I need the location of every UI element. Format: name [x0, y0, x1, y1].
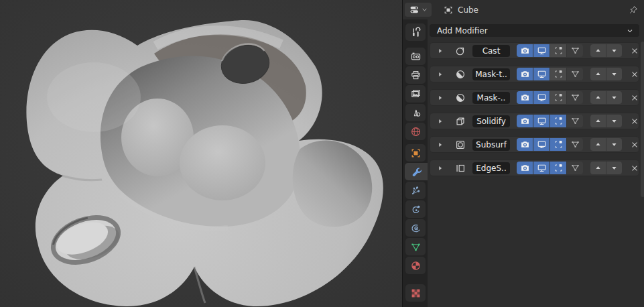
render-toggle[interactable] [517, 44, 533, 57]
cage-toggle[interactable] [567, 162, 583, 174]
expand-arrow-icon[interactable] [435, 69, 446, 80]
add-modifier-dropdown[interactable]: Add Modifier [430, 24, 639, 37]
realtime-toggle[interactable] [533, 44, 550, 57]
modifier-name-field[interactable]: Subsurf [472, 139, 510, 151]
modifier-name-field[interactable]: Mask-t.. [472, 68, 510, 80]
tab-physics[interactable] [405, 200, 426, 218]
tab-texture[interactable] [405, 284, 426, 302]
render-toggle[interactable] [517, 138, 533, 151]
editmode-icon [554, 69, 564, 79]
move-down-button[interactable] [606, 115, 622, 127]
camera-icon [520, 116, 530, 126]
reorder-buttons [590, 44, 622, 57]
editmode-toggle[interactable] [550, 68, 566, 80]
tab-modifier[interactable] [405, 163, 428, 180]
tab-object-data[interactable] [405, 238, 426, 255]
move-up-button[interactable] [590, 115, 606, 127]
expand-arrow-icon[interactable] [435, 163, 446, 174]
tab-constraints[interactable] [405, 219, 426, 237]
down-arrow-icon [610, 117, 619, 125]
move-down-button[interactable] [606, 68, 622, 80]
editmode-toggle[interactable] [550, 91, 566, 104]
modifier-panel-cast: Cast [430, 42, 639, 59]
breadcrumb-object-name[interactable]: Cube [458, 5, 478, 15]
realtime-toggle[interactable] [533, 91, 550, 104]
realtime-toggle[interactable] [533, 115, 550, 127]
modifier-name-field[interactable]: Cast [472, 45, 510, 57]
editmode-toggle[interactable] [550, 138, 566, 151]
delete-modifier-button[interactable] [630, 140, 639, 149]
close-icon [630, 70, 639, 79]
render-toggle[interactable] [517, 91, 533, 104]
expand-arrow-icon[interactable] [435, 46, 446, 56]
render-toggle[interactable] [517, 162, 533, 174]
reorder-buttons [590, 68, 622, 80]
cage-toggle[interactable] [567, 115, 583, 127]
editmode-toggle[interactable] [550, 44, 566, 57]
move-down-button[interactable] [606, 162, 622, 174]
rendered-blob-object [0, 0, 402, 307]
move-up-button[interactable] [590, 138, 606, 151]
cage-toggle[interactable] [567, 68, 583, 80]
tab-world[interactable] [405, 123, 426, 140]
camera-icon [520, 139, 530, 149]
expand-arrow-icon[interactable] [435, 139, 446, 150]
up-arrow-icon [594, 70, 602, 78]
editmode-toggle[interactable] [550, 115, 566, 127]
cage-toggle[interactable] [567, 91, 583, 104]
move-up-button[interactable] [590, 162, 606, 174]
modifier-type-icon-solidify [454, 115, 466, 127]
monitor-icon [537, 139, 547, 149]
tab-output[interactable] [405, 66, 426, 84]
move-down-button[interactable] [606, 91, 622, 104]
tab-render[interactable] [405, 48, 426, 65]
monitor-icon [537, 69, 547, 79]
pin-id-button[interactable] [628, 5, 639, 15]
cage-toggle[interactable] [567, 138, 583, 151]
chevron-down-icon [626, 27, 634, 35]
tab-scene[interactable] [405, 104, 426, 121]
editmode-icon [554, 163, 564, 173]
delete-modifier-button[interactable] [630, 46, 639, 56]
expand-arrow-icon[interactable] [435, 116, 446, 127]
render-toggle[interactable] [517, 115, 533, 127]
cage-toggle[interactable] [567, 44, 583, 57]
modifier-name-field[interactable]: EdgeS.. [472, 162, 510, 174]
up-arrow-icon [594, 164, 602, 172]
render-toggle[interactable] [517, 68, 533, 80]
delete-modifier-button[interactable] [630, 93, 639, 103]
realtime-toggle[interactable] [533, 162, 550, 174]
realtime-toggle[interactable] [533, 138, 550, 151]
move-down-button[interactable] [606, 44, 622, 57]
delete-modifier-button[interactable] [630, 70, 639, 79]
move-down-button[interactable] [606, 138, 622, 151]
tab-view-layer[interactable] [405, 85, 426, 103]
move-up-button[interactable] [590, 44, 606, 57]
reorder-buttons [590, 115, 622, 127]
monitor-icon [537, 116, 547, 126]
tab-material[interactable] [405, 257, 426, 274]
display-toggles [517, 68, 583, 80]
3d-viewport[interactable] [0, 0, 402, 307]
breadcrumb: Cube [443, 5, 478, 15]
tab-object[interactable] [405, 144, 426, 162]
display-toggles [517, 91, 583, 104]
scrollbar[interactable] [641, 42, 644, 197]
modifier-panel-mask-2: Mask-.. [430, 89, 639, 106]
realtime-toggle[interactable] [533, 68, 550, 80]
editmode-toggle[interactable] [550, 162, 566, 174]
delete-modifier-button[interactable] [630, 164, 639, 173]
editor-type-button[interactable] [405, 3, 432, 17]
modifier-name-field[interactable]: Solidify [472, 115, 510, 127]
move-up-button[interactable] [590, 68, 606, 80]
modifier-name-field[interactable]: Mask-.. [472, 92, 510, 104]
cage-icon [570, 46, 580, 56]
tab-particles[interactable] [405, 182, 426, 199]
tab-tool[interactable] [405, 23, 426, 41]
down-arrow-icon [610, 164, 619, 172]
down-arrow-icon [610, 140, 619, 149]
modifier-panel-mask-1: Mask-t.. [430, 66, 639, 82]
delete-modifier-button[interactable] [630, 117, 639, 126]
move-up-button[interactable] [590, 91, 606, 104]
expand-arrow-icon[interactable] [435, 93, 446, 103]
